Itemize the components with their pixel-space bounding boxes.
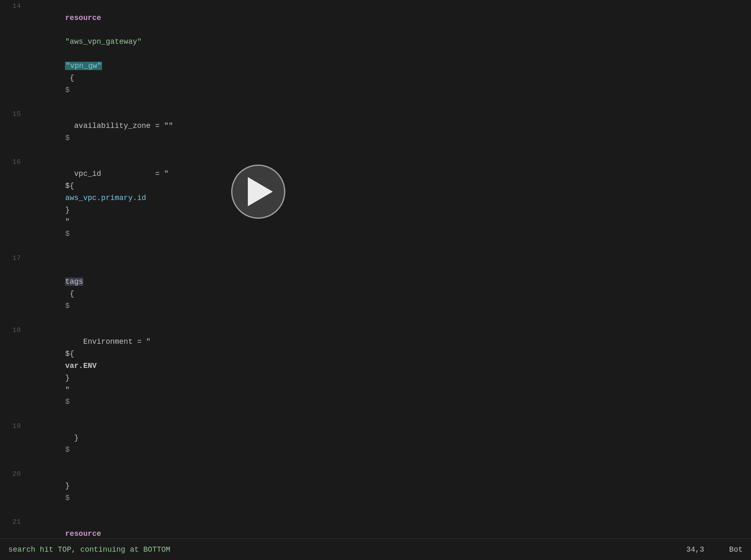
code-line-17: 17 tags { $ <box>0 252 751 324</box>
status-right: 34,3 Bot <box>686 545 743 554</box>
code-content: 14 resource "aws_vpn_gateway" "vpn_gw" {… <box>0 0 751 538</box>
cursor-position: 34,3 <box>686 545 704 554</box>
code-line-15: 15 availability_zone = "" $ <box>0 108 751 156</box>
play-button[interactable] <box>231 165 285 219</box>
status-bar: search hit TOP, continuing at BOTTOM 34,… <box>0 538 751 560</box>
code-editor: 14 resource "aws_vpn_gateway" "vpn_gw" {… <box>0 0 751 560</box>
code-line-14: 14 resource "aws_vpn_gateway" "vpn_gw" {… <box>0 0 751 108</box>
code-line-19: 19 } $ <box>0 420 751 468</box>
code-line-16: 16 vpc_id = " ${ aws_vpc.primary.id } " … <box>0 156 751 252</box>
code-line-20: 20 } $ <box>0 468 751 516</box>
code-line-21: 21 resource "aws_customer_gateway" "cust… <box>0 516 751 538</box>
play-triangle-icon <box>248 177 273 206</box>
editor-mode: Bot <box>729 545 743 554</box>
code-line-18: 18 Environment = " ${ var.ENV } " $ <box>0 324 751 420</box>
search-status: search hit TOP, continuing at BOTTOM <box>8 545 170 554</box>
